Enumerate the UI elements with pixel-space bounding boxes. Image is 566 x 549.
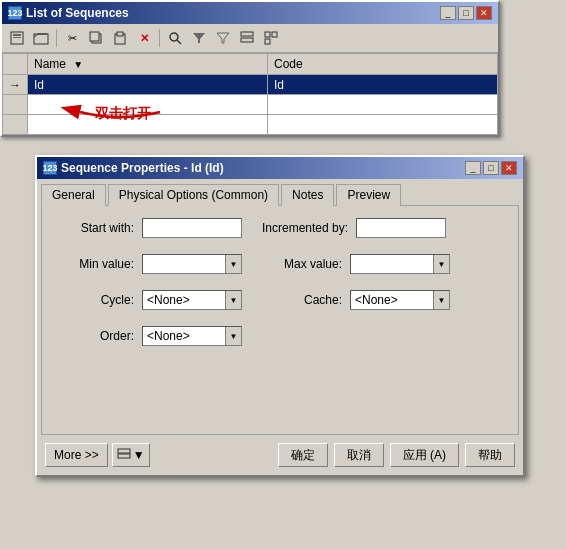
form-row-1: Start with: Incremented by: [54, 218, 506, 246]
order-label: Order: [54, 329, 134, 343]
table-view-button[interactable]: ▼ [112, 443, 150, 467]
toolbar-btn-delete[interactable]: ✕ [133, 27, 155, 49]
svg-rect-5 [90, 32, 99, 41]
confirm-button[interactable]: 确定 [278, 443, 328, 467]
cache-select[interactable]: <None> ▼ [350, 290, 450, 310]
props-close-btn[interactable]: ✕ [501, 161, 517, 175]
order-value: <None> [143, 327, 225, 345]
tab-preview[interactable]: Preview [336, 184, 401, 206]
row-indicator: → [3, 75, 28, 95]
toolbar-btn-cut[interactable]: ✂ [61, 27, 83, 49]
props-title-icon: 123 [43, 161, 57, 175]
toolbar-btn-search[interactable] [164, 27, 186, 49]
col-header-name[interactable]: Name ▼ [28, 54, 268, 75]
max-value-label: Max value: [262, 257, 342, 271]
start-with-row: Start with: [54, 218, 242, 238]
props-title-buttons: _ □ ✕ [465, 161, 517, 175]
sequences-title-text: List of Sequences [26, 6, 129, 20]
cycle-value: <None> [143, 291, 225, 309]
svg-rect-13 [272, 32, 277, 37]
svg-rect-10 [241, 32, 253, 36]
cache-dropdown[interactable]: ▼ [433, 291, 449, 309]
table-row[interactable]: → Id Id [3, 75, 498, 95]
row-code-cell: Id [268, 75, 498, 95]
btn-bar-right: 确定 取消 应用 (A) 帮助 [278, 443, 515, 467]
sequences-window: 123 List of Sequences _ □ ✕ ✂ ✕ [0, 0, 500, 137]
props-window: 123 Sequence Properties - Id (Id) _ □ ✕ … [35, 155, 525, 477]
cache-label: Cache: [262, 293, 342, 307]
svg-rect-14 [265, 39, 270, 44]
sequences-close-btn[interactable]: ✕ [476, 6, 492, 20]
toolbar-sep-1 [56, 29, 57, 47]
title-bar-buttons: _ □ ✕ [440, 6, 492, 20]
cycle-label: Cycle: [54, 293, 134, 307]
svg-rect-16 [118, 449, 130, 453]
svg-rect-12 [265, 32, 270, 37]
incremented-by-row: Incremented by: [262, 218, 446, 238]
btn-bar-left: More >> ▼ [45, 443, 272, 467]
sequences-title-icon: 123 [8, 6, 22, 20]
cache-value: <None> [351, 291, 433, 309]
tab-physical-options[interactable]: Physical Options (Common) [108, 184, 279, 206]
title-bar-left: 123 List of Sequences [8, 6, 129, 20]
svg-point-8 [170, 33, 178, 41]
props-minimize-btn[interactable]: _ [465, 161, 481, 175]
incremented-by-input[interactable] [356, 218, 446, 238]
toolbar-btn-paste[interactable] [109, 27, 131, 49]
toolbar-btn-filter1[interactable] [188, 27, 210, 49]
min-value-label: Min value: [54, 257, 134, 271]
svg-rect-17 [118, 454, 130, 458]
form-row-4: Order: <None> ▼ [54, 326, 506, 354]
start-with-input[interactable] [142, 218, 242, 238]
min-value-dropdown[interactable]: ▼ [225, 255, 241, 273]
toolbar-sep-2 [159, 29, 160, 47]
svg-line-9 [177, 40, 181, 44]
max-value-select[interactable]: ▼ [350, 254, 450, 274]
table-row-empty-2 [3, 115, 498, 135]
min-value-row: Min value: ▼ [54, 254, 242, 274]
name-sort-icon: ▼ [73, 59, 83, 70]
toolbar-btn-copy[interactable] [85, 27, 107, 49]
more-button[interactable]: More >> [45, 443, 108, 467]
props-title-bar: 123 Sequence Properties - Id (Id) _ □ ✕ [37, 157, 523, 179]
svg-rect-11 [241, 38, 253, 42]
toolbar-btn-open[interactable] [30, 27, 52, 49]
tab-notes[interactable]: Notes [281, 184, 334, 206]
help-button[interactable]: 帮助 [465, 443, 515, 467]
min-value-select[interactable]: ▼ [142, 254, 242, 274]
row-name-cell: Id [28, 75, 268, 95]
cancel-button[interactable]: 取消 [334, 443, 384, 467]
toolbar-btn-new[interactable] [6, 27, 28, 49]
form-spacer [54, 362, 506, 422]
sequences-title-bar: 123 List of Sequences _ □ ✕ [2, 2, 498, 24]
tabs-bar: General Physical Options (Common) Notes … [37, 179, 523, 205]
start-with-label: Start with: [54, 221, 134, 235]
toolbar-btn-view2[interactable] [260, 27, 282, 49]
sequences-toolbar: ✂ ✕ [2, 24, 498, 53]
dropdown-small-arrow: ▼ [133, 448, 145, 462]
props-title-left: 123 Sequence Properties - Id (Id) [43, 161, 224, 175]
svg-rect-7 [117, 32, 123, 36]
toolbar-btn-filter2[interactable] [212, 27, 234, 49]
sequences-maximize-btn[interactable]: □ [458, 6, 474, 20]
props-maximize-btn[interactable]: □ [483, 161, 499, 175]
col-header-code[interactable]: Code [268, 54, 498, 75]
order-dropdown[interactable]: ▼ [225, 327, 241, 345]
max-value-text [351, 262, 433, 266]
sequences-minimize-btn[interactable]: _ [440, 6, 456, 20]
max-value-row: Max value: ▼ [262, 254, 450, 274]
table-view-icon [117, 448, 131, 462]
apply-button[interactable]: 应用 (A) [390, 443, 459, 467]
order-row: Order: <None> ▼ [54, 326, 242, 346]
cycle-row: Cycle: <None> ▼ [54, 290, 242, 310]
toolbar-btn-view1[interactable] [236, 27, 258, 49]
cycle-select[interactable]: <None> ▼ [142, 290, 242, 310]
tab-content-general: Start with: Incremented by: Min value: ▼… [41, 205, 519, 435]
form-row-2: Min value: ▼ Max value: ▼ [54, 254, 506, 282]
sequences-table: Name ▼ Code → Id Id [2, 53, 498, 135]
cycle-dropdown[interactable]: ▼ [225, 291, 241, 309]
max-value-dropdown[interactable]: ▼ [433, 255, 449, 273]
order-select[interactable]: <None> ▼ [142, 326, 242, 346]
tab-general[interactable]: General [41, 184, 106, 206]
min-value-text [143, 262, 225, 266]
